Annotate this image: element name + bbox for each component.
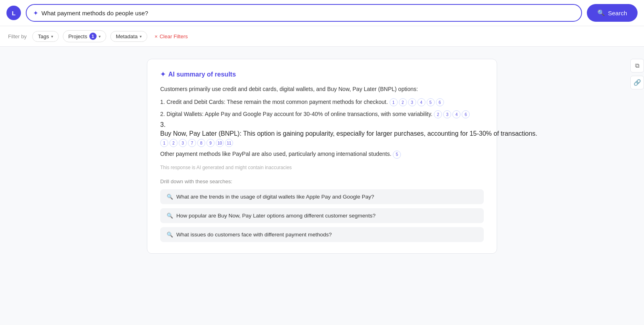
ref-badge[interactable]: 8 [197, 139, 205, 147]
ref-badge[interactable]: 10 [216, 139, 224, 147]
ref-badge[interactable]: 1 [390, 98, 398, 106]
filter-bar: Filter by Tags ▾ Projects 1 ▾ Metadata ▾… [0, 26, 644, 47]
ref-badge[interactable]: 6 [436, 98, 444, 106]
ref-badge[interactable]: 3 [179, 139, 187, 147]
drill-down-list: 🔍 What are the trends in the usage of di… [160, 189, 484, 242]
ref-badge[interactable]: 1 [160, 139, 168, 147]
link-icon: 🔗 [634, 79, 641, 86]
ai-point-3-text: Buy Now, Pay Later (BNPL): This option i… [160, 130, 537, 137]
tags-chevron-icon: ▾ [51, 34, 53, 39]
ref-badge[interactable]: 2 [399, 98, 407, 106]
sparkle-icon: ✦ [33, 9, 38, 17]
ai-point-3: 3. Buy Now, Pay Later (BNPL): This optio… [160, 121, 484, 147]
search-button[interactable]: 🔍 Search [587, 4, 638, 22]
ai-other-payment-text: Other payment methods like PayPal are al… [160, 149, 484, 159]
ai-other-refs: 5 [393, 151, 401, 159]
search-icon: 🔍 [597, 9, 605, 17]
search-bar-container: ✦ [26, 4, 582, 22]
ref-badge[interactable]: 6 [462, 110, 470, 118]
copy-icon: ⧉ [635, 62, 640, 69]
drill-search-icon-1: 🔍 [167, 194, 173, 200]
ai-point-1: 1. Credit and Debit Cards: These remain … [160, 97, 484, 107]
link-button[interactable]: 🔗 [630, 76, 644, 89]
search-input[interactable] [41, 10, 575, 17]
ai-point-3-number: 3. [160, 121, 165, 128]
ai-point-2-number: 2. [160, 110, 165, 119]
ref-badge[interactable]: 9 [206, 139, 215, 147]
drill-down-label: Drill down with these searches: [160, 178, 484, 184]
drill-down-item-3[interactable]: 🔍 What issues do customers face with dif… [160, 227, 484, 242]
copy-button[interactable]: ⧉ [630, 59, 644, 72]
metadata-filter-button[interactable]: Metadata ▾ [110, 31, 147, 42]
side-actions: ⧉ 🔗 [630, 59, 644, 89]
ref-badge[interactable]: 3 [408, 98, 416, 106]
ref-badge[interactable]: 2 [169, 139, 178, 147]
ai-point-2-text: Digital Wallets: Apple Pay and Google Pa… [167, 110, 433, 119]
header: L ✦ 🔍 Search [0, 0, 644, 26]
ai-point-1-text: Credit and Debit Cards: These remain the… [167, 97, 388, 107]
ai-other-text: Other payment methods like PayPal are al… [160, 149, 391, 159]
main-content: ✦ AI summary of results Customers primar… [0, 47, 644, 266]
ref-badge[interactable]: 11 [225, 139, 233, 147]
metadata-chevron-icon: ▾ [140, 34, 142, 39]
ai-sparkle-icon: ✦ [160, 70, 165, 78]
projects-chevron-icon: ▾ [99, 34, 101, 39]
drill-search-icon-3: 🔍 [167, 232, 173, 238]
ref-badge[interactable]: 4 [417, 98, 425, 106]
ref-badge[interactable]: 5 [427, 98, 435, 106]
ai-intro-text: Customers primarily use credit and debit… [160, 85, 484, 94]
filter-by-label: Filter by [8, 33, 27, 39]
ai-point-3-refs: 1 2 3 7 8 9 10 11 [160, 139, 233, 147]
ref-badge[interactable]: 3 [443, 110, 451, 118]
ai-point-2-refs: 2 3 4 6 [434, 110, 470, 118]
ai-point-1-number: 1. [160, 97, 165, 107]
projects-count-badge: 1 [89, 33, 97, 40]
tags-filter-button[interactable]: Tags ▾ [32, 31, 58, 42]
drill-down-item-1[interactable]: 🔍 What are the trends in the usage of di… [160, 189, 484, 204]
ref-badge[interactable]: 2 [434, 110, 442, 118]
ref-badge[interactable]: 7 [188, 139, 196, 147]
ai-disclaimer: This response is AI generated and might … [160, 165, 484, 170]
ai-summary-title: ✦ AI summary of results [160, 70, 484, 78]
clear-filters-x-icon: × [155, 33, 158, 39]
ai-summary-card: ✦ AI summary of results Customers primar… [147, 59, 497, 254]
drill-down-item-2[interactable]: 🔍 How popular are Buy Now, Pay Later opt… [160, 208, 484, 223]
clear-filters-button[interactable]: × Clear Filters [151, 31, 191, 41]
drill-search-icon-2: 🔍 [167, 213, 173, 219]
ref-badge[interactable]: 4 [452, 110, 460, 118]
ref-badge[interactable]: 5 [393, 151, 401, 159]
avatar: L [6, 6, 21, 20]
projects-filter-button[interactable]: Projects 1 ▾ [63, 30, 106, 42]
ai-point-1-refs: 1 2 3 4 5 6 [390, 98, 444, 106]
ai-point-2: 2. Digital Wallets: Apple Pay and Google… [160, 110, 484, 119]
